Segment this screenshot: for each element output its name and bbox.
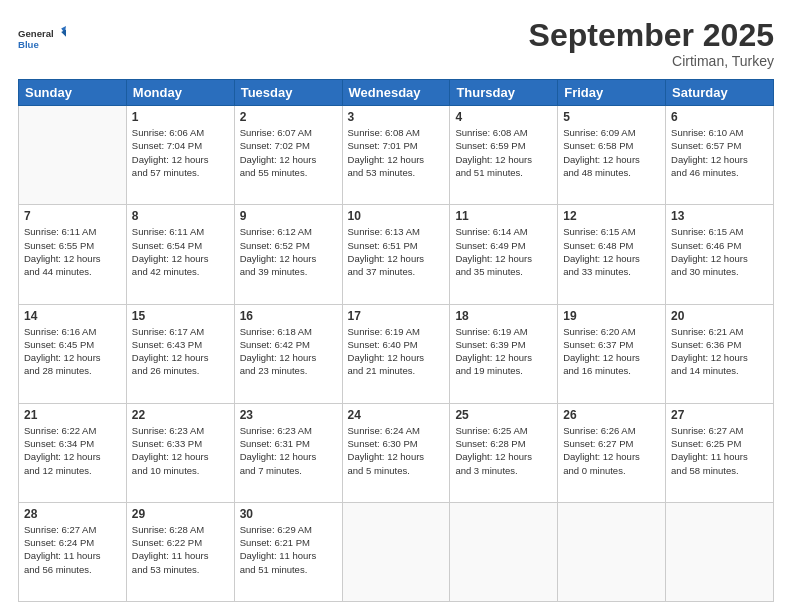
day-number: 13 bbox=[671, 209, 768, 223]
day-info: Sunrise: 6:23 AM Sunset: 6:33 PM Dayligh… bbox=[132, 424, 229, 477]
day-info: Sunrise: 6:16 AM Sunset: 6:45 PM Dayligh… bbox=[24, 325, 121, 378]
calendar-week-row: 14Sunrise: 6:16 AM Sunset: 6:45 PM Dayli… bbox=[19, 304, 774, 403]
calendar-cell: 3Sunrise: 6:08 AM Sunset: 7:01 PM Daylig… bbox=[342, 106, 450, 205]
calendar-cell: 25Sunrise: 6:25 AM Sunset: 6:28 PM Dayli… bbox=[450, 403, 558, 502]
calendar-cell: 12Sunrise: 6:15 AM Sunset: 6:48 PM Dayli… bbox=[558, 205, 666, 304]
calendar-cell bbox=[450, 502, 558, 601]
day-number: 30 bbox=[240, 507, 337, 521]
day-number: 16 bbox=[240, 309, 337, 323]
calendar-cell: 9Sunrise: 6:12 AM Sunset: 6:52 PM Daylig… bbox=[234, 205, 342, 304]
calendar-table: SundayMondayTuesdayWednesdayThursdayFrid… bbox=[18, 79, 774, 602]
day-number: 25 bbox=[455, 408, 552, 422]
logo-svg: General Blue bbox=[18, 18, 66, 58]
day-header: Saturday bbox=[666, 80, 774, 106]
day-number: 26 bbox=[563, 408, 660, 422]
day-number: 24 bbox=[348, 408, 445, 422]
calendar-cell: 30Sunrise: 6:29 AM Sunset: 6:21 PM Dayli… bbox=[234, 502, 342, 601]
day-number: 22 bbox=[132, 408, 229, 422]
day-number: 4 bbox=[455, 110, 552, 124]
day-number: 20 bbox=[671, 309, 768, 323]
day-number: 28 bbox=[24, 507, 121, 521]
calendar-cell: 15Sunrise: 6:17 AM Sunset: 6:43 PM Dayli… bbox=[126, 304, 234, 403]
calendar-cell: 24Sunrise: 6:24 AM Sunset: 6:30 PM Dayli… bbox=[342, 403, 450, 502]
day-info: Sunrise: 6:11 AM Sunset: 6:54 PM Dayligh… bbox=[132, 225, 229, 278]
day-header: Tuesday bbox=[234, 80, 342, 106]
day-info: Sunrise: 6:17 AM Sunset: 6:43 PM Dayligh… bbox=[132, 325, 229, 378]
calendar-week-row: 28Sunrise: 6:27 AM Sunset: 6:24 PM Dayli… bbox=[19, 502, 774, 601]
calendar-cell: 22Sunrise: 6:23 AM Sunset: 6:33 PM Dayli… bbox=[126, 403, 234, 502]
day-info: Sunrise: 6:08 AM Sunset: 7:01 PM Dayligh… bbox=[348, 126, 445, 179]
calendar-cell: 27Sunrise: 6:27 AM Sunset: 6:25 PM Dayli… bbox=[666, 403, 774, 502]
day-info: Sunrise: 6:23 AM Sunset: 6:31 PM Dayligh… bbox=[240, 424, 337, 477]
day-number: 23 bbox=[240, 408, 337, 422]
day-number: 18 bbox=[455, 309, 552, 323]
calendar-cell: 28Sunrise: 6:27 AM Sunset: 6:24 PM Dayli… bbox=[19, 502, 127, 601]
day-number: 17 bbox=[348, 309, 445, 323]
day-number: 2 bbox=[240, 110, 337, 124]
calendar-cell: 1Sunrise: 6:06 AM Sunset: 7:04 PM Daylig… bbox=[126, 106, 234, 205]
calendar-week-row: 7Sunrise: 6:11 AM Sunset: 6:55 PM Daylig… bbox=[19, 205, 774, 304]
header: General Blue September 2025 Cirtiman, Tu… bbox=[18, 18, 774, 69]
calendar-cell: 16Sunrise: 6:18 AM Sunset: 6:42 PM Dayli… bbox=[234, 304, 342, 403]
day-info: Sunrise: 6:06 AM Sunset: 7:04 PM Dayligh… bbox=[132, 126, 229, 179]
calendar-cell bbox=[558, 502, 666, 601]
calendar-body: 1Sunrise: 6:06 AM Sunset: 7:04 PM Daylig… bbox=[19, 106, 774, 602]
day-header: Friday bbox=[558, 80, 666, 106]
calendar-cell: 20Sunrise: 6:21 AM Sunset: 6:36 PM Dayli… bbox=[666, 304, 774, 403]
day-info: Sunrise: 6:15 AM Sunset: 6:46 PM Dayligh… bbox=[671, 225, 768, 278]
calendar-week-row: 1Sunrise: 6:06 AM Sunset: 7:04 PM Daylig… bbox=[19, 106, 774, 205]
day-header: Thursday bbox=[450, 80, 558, 106]
day-number: 29 bbox=[132, 507, 229, 521]
day-header: Monday bbox=[126, 80, 234, 106]
svg-text:Blue: Blue bbox=[18, 39, 39, 50]
day-number: 9 bbox=[240, 209, 337, 223]
day-info: Sunrise: 6:09 AM Sunset: 6:58 PM Dayligh… bbox=[563, 126, 660, 179]
calendar-cell: 5Sunrise: 6:09 AM Sunset: 6:58 PM Daylig… bbox=[558, 106, 666, 205]
title-block: September 2025 Cirtiman, Turkey bbox=[529, 18, 774, 69]
day-header: Sunday bbox=[19, 80, 127, 106]
calendar-cell: 10Sunrise: 6:13 AM Sunset: 6:51 PM Dayli… bbox=[342, 205, 450, 304]
day-number: 7 bbox=[24, 209, 121, 223]
day-info: Sunrise: 6:10 AM Sunset: 6:57 PM Dayligh… bbox=[671, 126, 768, 179]
day-number: 19 bbox=[563, 309, 660, 323]
calendar-cell: 2Sunrise: 6:07 AM Sunset: 7:02 PM Daylig… bbox=[234, 106, 342, 205]
day-info: Sunrise: 6:07 AM Sunset: 7:02 PM Dayligh… bbox=[240, 126, 337, 179]
day-info: Sunrise: 6:19 AM Sunset: 6:40 PM Dayligh… bbox=[348, 325, 445, 378]
day-number: 21 bbox=[24, 408, 121, 422]
day-header: Wednesday bbox=[342, 80, 450, 106]
calendar-cell: 19Sunrise: 6:20 AM Sunset: 6:37 PM Dayli… bbox=[558, 304, 666, 403]
day-number: 10 bbox=[348, 209, 445, 223]
calendar-cell: 18Sunrise: 6:19 AM Sunset: 6:39 PM Dayli… bbox=[450, 304, 558, 403]
svg-text:General: General bbox=[18, 28, 54, 39]
day-number: 15 bbox=[132, 309, 229, 323]
day-info: Sunrise: 6:20 AM Sunset: 6:37 PM Dayligh… bbox=[563, 325, 660, 378]
subtitle: Cirtiman, Turkey bbox=[529, 53, 774, 69]
calendar-cell: 23Sunrise: 6:23 AM Sunset: 6:31 PM Dayli… bbox=[234, 403, 342, 502]
day-info: Sunrise: 6:28 AM Sunset: 6:22 PM Dayligh… bbox=[132, 523, 229, 576]
calendar-cell: 14Sunrise: 6:16 AM Sunset: 6:45 PM Dayli… bbox=[19, 304, 127, 403]
day-info: Sunrise: 6:27 AM Sunset: 6:24 PM Dayligh… bbox=[24, 523, 121, 576]
calendar-cell: 29Sunrise: 6:28 AM Sunset: 6:22 PM Dayli… bbox=[126, 502, 234, 601]
calendar-cell bbox=[342, 502, 450, 601]
logo: General Blue bbox=[18, 18, 66, 58]
calendar-cell: 6Sunrise: 6:10 AM Sunset: 6:57 PM Daylig… bbox=[666, 106, 774, 205]
calendar-week-row: 21Sunrise: 6:22 AM Sunset: 6:34 PM Dayli… bbox=[19, 403, 774, 502]
day-number: 3 bbox=[348, 110, 445, 124]
day-info: Sunrise: 6:25 AM Sunset: 6:28 PM Dayligh… bbox=[455, 424, 552, 477]
day-info: Sunrise: 6:21 AM Sunset: 6:36 PM Dayligh… bbox=[671, 325, 768, 378]
calendar-cell: 26Sunrise: 6:26 AM Sunset: 6:27 PM Dayli… bbox=[558, 403, 666, 502]
calendar-header-row: SundayMondayTuesdayWednesdayThursdayFrid… bbox=[19, 80, 774, 106]
day-info: Sunrise: 6:08 AM Sunset: 6:59 PM Dayligh… bbox=[455, 126, 552, 179]
day-info: Sunrise: 6:15 AM Sunset: 6:48 PM Dayligh… bbox=[563, 225, 660, 278]
calendar-cell: 7Sunrise: 6:11 AM Sunset: 6:55 PM Daylig… bbox=[19, 205, 127, 304]
calendar-cell: 4Sunrise: 6:08 AM Sunset: 6:59 PM Daylig… bbox=[450, 106, 558, 205]
day-number: 14 bbox=[24, 309, 121, 323]
day-info: Sunrise: 6:11 AM Sunset: 6:55 PM Dayligh… bbox=[24, 225, 121, 278]
day-number: 27 bbox=[671, 408, 768, 422]
day-number: 1 bbox=[132, 110, 229, 124]
calendar-cell: 11Sunrise: 6:14 AM Sunset: 6:49 PM Dayli… bbox=[450, 205, 558, 304]
day-number: 11 bbox=[455, 209, 552, 223]
day-info: Sunrise: 6:29 AM Sunset: 6:21 PM Dayligh… bbox=[240, 523, 337, 576]
calendar-cell: 8Sunrise: 6:11 AM Sunset: 6:54 PM Daylig… bbox=[126, 205, 234, 304]
day-info: Sunrise: 6:24 AM Sunset: 6:30 PM Dayligh… bbox=[348, 424, 445, 477]
